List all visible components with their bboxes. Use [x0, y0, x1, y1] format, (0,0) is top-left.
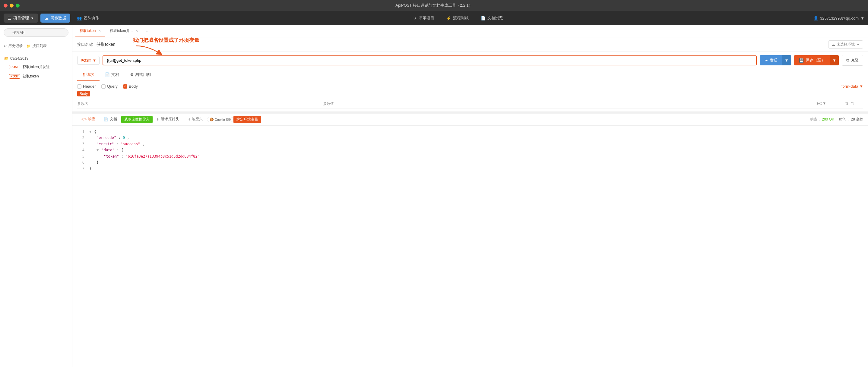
line-number: 7: [75, 165, 85, 171]
body-label: Body: [129, 84, 138, 89]
req-header-label: 请求原始头: [161, 116, 179, 122]
response-tab-docs[interactable]: 📄 文档: [99, 113, 121, 125]
url-row: 我们把域名设置成了环境变量 POST ▼: [72, 52, 868, 69]
method-badge-post: POST: [9, 65, 20, 69]
demo-icon: ✈: [413, 16, 417, 21]
env-selector[interactable]: ☁ 未选择环境 ▼: [828, 40, 863, 48]
tab-label: 获取token并...: [110, 28, 132, 33]
menu-icon: ☰: [8, 16, 11, 21]
line-number: 5: [75, 154, 85, 159]
save-button-group: 💾 保存（至） ▼: [794, 55, 839, 65]
history-label: 历史记录: [8, 43, 23, 48]
folder-icon: 📂: [4, 56, 9, 61]
team-button[interactable]: 👥 团队协作: [73, 13, 103, 23]
api-item-name: 获取token并发送: [23, 65, 50, 70]
sync-button[interactable]: ☁ 同步数据: [40, 13, 70, 23]
code-line: 2 "errcode" : 0 ,: [72, 135, 868, 141]
params-area: Header Query ✓ Body form-data ▼ Body: [72, 81, 868, 112]
query-checkbox-box[interactable]: [101, 85, 105, 89]
response-tab-res-header[interactable]: H 响应头: [183, 113, 207, 125]
search-wrap: 🔍: [4, 28, 68, 37]
list-label: 接口列表: [32, 43, 47, 48]
form-data-selector[interactable]: form-data ▼: [841, 84, 863, 89]
content-area: 获取token ✕ 获取token并... ✕ + 接口名称 ☁ 未选择环境 ▼…: [72, 25, 868, 367]
sidebar-list-tab[interactable]: 📁 接口列表: [26, 42, 47, 49]
req-tab-label: 测试用例: [135, 72, 151, 77]
header-checkbox[interactable]: Header: [77, 84, 96, 89]
req-tab-request[interactable]: ¶ 请求: [77, 69, 99, 81]
close-button[interactable]: [4, 4, 7, 7]
sidebar-tree: 📂 03/24/2019 POST 获取token并发送 POST 获取toke…: [0, 52, 72, 84]
list-item[interactable]: POST 获取token: [0, 72, 72, 81]
header-label: Header: [83, 84, 96, 89]
main-layout: 🔍 ↩ 历史记录 📁 接口列表 📂 03/24/2019 POST 获取toke…: [0, 25, 868, 367]
nav-docs[interactable]: 📄 文档浏览: [475, 13, 508, 23]
send-button[interactable]: ✈ 发送: [760, 55, 782, 65]
clone-button[interactable]: ⧉ 克隆: [842, 55, 863, 66]
line-number: 2: [75, 135, 85, 141]
minimize-button[interactable]: [10, 4, 13, 7]
sidebar-history-tab[interactable]: ↩ 历史记录: [4, 42, 23, 49]
project-label: 项目管理: [13, 15, 29, 21]
env-chevron-icon: ▼: [856, 42, 860, 47]
collapse-arrow[interactable]: ▼: [96, 148, 99, 152]
method-chevron-icon: ▼: [92, 58, 96, 63]
project-management-button[interactable]: ☰ 项目管理 ▼: [4, 13, 38, 23]
tab-1[interactable]: 获取token并... ✕: [105, 26, 142, 36]
delete-icon[interactable]: 🗑: [845, 101, 849, 106]
line-number: 6: [75, 159, 85, 165]
clone-label: 克隆: [851, 58, 859, 63]
nav-flow[interactable]: ⚡ 流程测试: [441, 13, 474, 23]
collapse-arrow[interactable]: ▼: [89, 130, 91, 134]
user-menu[interactable]: 👤 3257132998@qq.com ▼: [813, 16, 864, 21]
save-button[interactable]: 💾 保存（至）: [794, 55, 830, 65]
body-checkbox[interactable]: ✓ Body: [123, 84, 138, 89]
method-select[interactable]: POST ▼: [77, 56, 99, 65]
flow-icon: ⚡: [446, 16, 451, 21]
url-input[interactable]: [102, 56, 756, 65]
user-chevron-icon: ▼: [861, 16, 864, 21]
chevron-down-icon: ▼: [31, 16, 34, 20]
tab-label: 获取token: [80, 28, 96, 33]
col-value-label: 参数值: [323, 101, 815, 106]
tab-0[interactable]: 获取token ✕: [75, 26, 105, 36]
search-input[interactable]: [4, 28, 68, 37]
toolbar: ☰ 项目管理 ▼ ☁ 同步数据 👥 团队协作 ✈ 演示项目 ⚡ 流程测试 📄 文…: [0, 11, 868, 25]
sort-icon[interactable]: ⇅: [851, 101, 854, 106]
response-tab-req-header[interactable]: H 请求原始头: [153, 113, 183, 125]
req-tab-label: 文档: [111, 72, 119, 77]
bind-env-label: 绑定环境变量: [237, 117, 258, 122]
h-icon: H: [188, 117, 190, 122]
query-checkbox[interactable]: Query: [101, 84, 118, 89]
req-tab-test[interactable]: ⚙ 测试用例: [125, 69, 156, 81]
params-table: 参数名 参数值 Text ▼ 🗑 ⇅: [77, 99, 863, 108]
tab-close-icon[interactable]: ✕: [135, 29, 138, 33]
tree-date-group[interactable]: 📂 03/24/2019: [0, 55, 72, 62]
send-dropdown-button[interactable]: ▼: [782, 55, 791, 65]
api-name-input[interactable]: [96, 42, 825, 47]
bind-env-button[interactable]: 绑定环境变量: [234, 116, 261, 123]
nav-demo[interactable]: ✈ 演示项目: [408, 13, 440, 23]
save-dropdown-button[interactable]: ▼: [830, 55, 839, 65]
import-from-response-button[interactable]: 从响应数据导入: [121, 116, 153, 123]
window-controls: [4, 4, 20, 7]
sidebar: 🔍 ↩ 历史记录 📁 接口列表 📂 03/24/2019 POST 获取toke…: [0, 25, 72, 367]
tab-close-icon[interactable]: ✕: [98, 29, 101, 33]
cloud-icon: ☁: [832, 42, 835, 47]
cookie-badge[interactable]: 🍪 Cookie 0: [207, 117, 234, 122]
list-item[interactable]: POST 获取token并发送: [0, 62, 72, 72]
test-icon: ⚙: [130, 72, 134, 77]
sidebar-nav: ↩ 历史记录 📁 接口列表: [0, 40, 72, 52]
api-name-row: 接口名称 ☁ 未选择环境 ▼: [72, 37, 868, 52]
body-checkbox-box[interactable]: ✓: [123, 85, 127, 89]
main-nav: ✈ 演示项目 ⚡ 流程测试 📄 文档浏览: [408, 13, 508, 23]
time-value: 28 毫秒: [851, 117, 863, 122]
method-badge-post: POST: [9, 74, 20, 79]
send-button-group: ✈ 发送 ▼: [760, 55, 791, 65]
maximize-button[interactable]: [16, 4, 20, 7]
response-status: 响应： 200 OK 时间： 28 毫秒: [810, 117, 863, 122]
req-tab-docs[interactable]: 📄 文档: [99, 69, 125, 81]
response-tab-response[interactable]: </> 响应: [77, 113, 99, 125]
tab-add-button[interactable]: +: [143, 27, 151, 35]
header-checkbox-box[interactable]: [77, 85, 82, 89]
